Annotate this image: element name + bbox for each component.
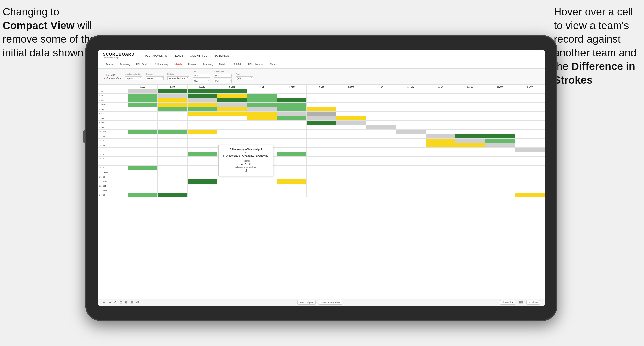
tab-summary-1[interactable]: Summary [116,61,133,68]
refresh-icon[interactable]: ↺ [114,301,116,304]
matrix-cell-6-8[interactable] [366,116,396,121]
matrix-cell-22-10[interactable] [426,188,455,193]
matrix-cell-0-7[interactable] [336,89,366,94]
matrix-cell-3-8[interactable] [366,103,396,107]
matrix-cell-18-0[interactable] [128,170,158,175]
matrix-cell-19-12[interactable] [485,175,515,179]
zoom-in-icon[interactable]: ⊡ [125,301,128,304]
matrix-cell-1-10[interactable] [426,94,455,98]
tab-h2h-heatmap-1[interactable]: H2H Heatmap [150,61,171,68]
tab-h2h-grid-1[interactable]: H2H Grid [133,61,150,68]
matrix-cell-21-8[interactable] [366,184,396,188]
matrix-cell-6-2[interactable] [187,116,217,121]
matrix-cell-10-11[interactable] [455,134,485,139]
matrix-cell-14-9[interactable] [396,152,426,157]
matrix-cell-10-3[interactable] [217,134,247,139]
matrix-cell-5-8[interactable] [366,112,396,116]
matrix-cell-9-11[interactable] [455,130,485,134]
matrix-cell-1-12[interactable] [485,94,515,98]
matrix-cell-19-9[interactable] [396,175,426,179]
matrix-cell-21-10[interactable] [426,184,455,188]
matrix-cell-21-5[interactable] [277,184,307,188]
matrix-cell-6-7[interactable] [336,116,366,121]
matrix-cell-6-9[interactable] [396,116,426,121]
matrix-cell-0-12[interactable] [485,89,515,94]
matrix-cell-8-11[interactable] [455,125,485,130]
matrix-cell-1-0[interactable] [128,94,158,98]
matrix-cell-15-7[interactable] [336,157,366,161]
matrix-cell-2-8[interactable] [366,98,396,103]
grid-icon[interactable]: ⊞ [131,301,133,304]
matrix-cell-0-0[interactable] [128,89,158,94]
clock-icon[interactable]: ⏱ [136,301,139,304]
matrix-cell-2-4[interactable] [247,98,277,103]
matrix-cell-11-11[interactable] [455,139,485,143]
matrix-cell-7-12[interactable] [485,121,515,125]
matrix-cell-10-1[interactable] [158,134,188,139]
matrix-cell-3-3[interactable] [217,103,247,107]
matrix-cell-0-11[interactable] [455,89,485,94]
matrix-cell-22-0[interactable] [128,188,158,193]
matrix-cell-14-6[interactable] [307,152,336,157]
matrix-cell-12-13[interactable] [515,143,545,148]
matrix-cell-21-4[interactable] [247,184,277,188]
matrix-cell-20-2[interactable] [187,179,217,184]
matrix-cell-16-8[interactable] [366,161,396,166]
matrix-cell-14-7[interactable] [336,152,366,157]
matrix-cell-3-12[interactable] [485,103,515,107]
matrix-cell-6-0[interactable] [128,116,158,121]
matrix-cell-4-0[interactable] [128,107,158,112]
matrix-cell-9-12[interactable] [485,130,515,134]
matrix-cell-11-8[interactable] [366,139,396,143]
matrix-cell-17-8[interactable] [366,166,396,170]
matrix-cell-9-1[interactable] [158,130,188,134]
matrix-cell-7-13[interactable] [515,121,545,125]
view-original-button[interactable]: View: Original [297,300,316,305]
matrix-cell-6-4[interactable] [247,116,277,121]
matrix-cell-10-8[interactable] [366,134,396,139]
matrix-cell-23-8[interactable] [366,193,396,197]
matrix-cell-1-7[interactable] [336,94,366,98]
matrix-cell-17-10[interactable] [426,166,455,170]
matrix-cell-18-5[interactable] [277,170,307,175]
matrix-cell-2-0[interactable] [128,98,158,103]
matrix-cell-16-2[interactable] [187,161,217,166]
matrix-cell-7-10[interactable] [426,121,455,125]
matrix-cell-11-0[interactable] [128,139,158,143]
matrix-cell-8-7[interactable] [336,125,366,130]
nav-rankings[interactable]: RANKINGS [214,54,229,57]
matrix-cell-19-6[interactable] [307,175,336,179]
matrix-cell-22-3[interactable] [217,188,247,193]
matrix-cell-2-7[interactable] [336,98,366,103]
matrix-cell-23-4[interactable] [247,193,277,197]
matrix-cell-23-5[interactable] [277,193,307,197]
matrix-cell-2-13[interactable] [515,98,545,103]
matrix-cell-11-9[interactable] [396,139,426,143]
share-grid-icon[interactable]: ⊞⊞ [518,301,523,304]
matrix-cell-2-1[interactable] [158,98,188,103]
matrix-cell-0-10[interactable] [426,89,455,94]
matrix-cell-21-0[interactable] [128,184,158,188]
matrix-cell-21-9[interactable] [396,184,426,188]
matrix-cell-8-1[interactable] [158,125,188,130]
matrix-cell-20-6[interactable] [307,179,336,184]
matrix-cell-3-6[interactable] [307,103,336,107]
matrix-cell-18-8[interactable] [366,170,396,175]
matrix-cell-16-1[interactable] [158,161,188,166]
tab-summary-2[interactable]: Summary [199,61,216,68]
matrix-cell-14-5[interactable] [277,152,307,157]
matrix-cell-0-5[interactable] [277,89,307,94]
matrix-cell-18-7[interactable] [336,170,366,175]
matrix-cell-23-1[interactable] [158,193,188,197]
matrix-cell-12-1[interactable] [158,143,188,148]
matrix-cell-22-8[interactable] [366,188,396,193]
full-view-radio[interactable]: Full View [103,74,121,76]
matrix-cell-18-6[interactable] [307,170,336,175]
matrix-cell-6-1[interactable] [158,116,188,121]
matrix-cell-15-0[interactable] [128,157,158,161]
matrix-cell-19-8[interactable] [366,175,396,179]
matrix-cell-18-11[interactable] [455,170,485,175]
matrix-cell-22-4[interactable] [247,188,277,193]
matrix-cell-20-13[interactable] [515,179,545,184]
matrix-cell-22-6[interactable] [307,188,336,193]
